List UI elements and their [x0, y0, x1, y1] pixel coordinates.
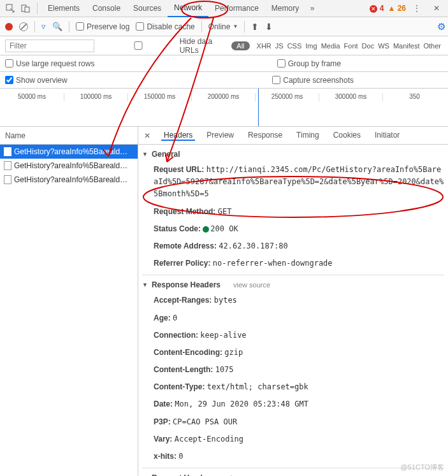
filter-type-all[interactable]: All	[231, 41, 249, 50]
preserve-log-checkbox[interactable]: Preserve log	[76, 22, 129, 31]
request-list-header[interactable]: Name	[0, 127, 138, 145]
inspect-icon[interactable]	[3, 1, 18, 16]
search-icon[interactable]: 🔍	[52, 22, 62, 31]
record-button[interactable]	[5, 23, 13, 31]
filter-type-other[interactable]: Other	[421, 42, 443, 50]
show-overview-checkbox[interactable]: Show overview	[5, 76, 68, 85]
section-divider	[142, 468, 444, 468]
header-row: Content-Type: text/html; charset=gbk	[142, 379, 444, 396]
header-key: Referrer Policy:	[154, 259, 210, 268]
header-value: Mon, 29 Jun 2020 05:23:48 GMT	[175, 400, 308, 408]
header-row: Accept-Ranges: bytes	[142, 292, 444, 309]
filter-type-js[interactable]: JS	[273, 42, 285, 50]
tab-performance[interactable]: Performance	[208, 0, 265, 17]
detail-tab-initiator[interactable]: Initiator	[372, 131, 402, 141]
request-list-pane: Name GetHistory?areaInfo%5Bareald…GetHis…	[0, 127, 138, 476]
timeline-tick: 200000 ms	[191, 93, 255, 101]
detail-scroll[interactable]: ▼GeneralRequest URL: http://tianqi.2345.…	[138, 145, 448, 476]
capture-screenshots-checkbox[interactable]: Capture screenshots	[272, 76, 354, 85]
tab-network[interactable]: Network	[168, 0, 208, 17]
header-value: text/html; charset=gbk	[207, 382, 308, 391]
svg-rect-2	[25, 7, 29, 12]
detail-tab-timing[interactable]: Timing	[294, 131, 322, 141]
filter-type-ws[interactable]: WS	[376, 42, 391, 50]
detail-tab-response[interactable]: Response	[245, 131, 285, 141]
large-rows-checkbox[interactable]: Use large request rows	[5, 59, 94, 68]
filter-type-css[interactable]: CSS	[285, 42, 304, 50]
header-row: Status Code: 200 OK	[142, 220, 444, 238]
devtools-toolbar: ElementsConsoleSourcesNetworkPerformance…	[0, 0, 448, 17]
request-name: GetHistory?areaInfo%5Bareald…	[14, 175, 127, 184]
header-value: 42.62.30.187:80	[219, 242, 287, 250]
document-icon	[4, 175, 11, 184]
detail-tab-headers[interactable]: Headers	[161, 131, 195, 141]
section-title: Request Headers	[152, 473, 214, 476]
header-row: Remote Address: 42.62.30.187:80	[142, 238, 444, 255]
filter-type-img[interactable]: Img	[303, 42, 319, 50]
filter-input[interactable]	[5, 40, 94, 52]
header-value: GET	[218, 207, 232, 216]
filter-type-doc[interactable]: Doc	[360, 42, 377, 50]
more-tabs-icon[interactable]: »	[305, 1, 321, 16]
status-dot-icon	[203, 226, 209, 233]
header-row: Age: 0	[142, 310, 444, 327]
tab-elements[interactable]: Elements	[41, 0, 86, 17]
header-key: Content-Length:	[154, 365, 213, 374]
header-value: gzip	[224, 348, 243, 357]
timeline-tick: 300000 ms	[319, 93, 382, 101]
section-header[interactable]: ▼General	[142, 147, 444, 161]
subbar-divider	[34, 21, 35, 32]
timeline-tick: 50000 ms	[0, 93, 64, 101]
request-name: GetHistory?areaInfo%5Bareald…	[14, 147, 127, 156]
tab-sources[interactable]: Sources	[127, 0, 168, 17]
throttling-dropdown[interactable]: Online ▼	[208, 22, 238, 31]
warning-badge[interactable]: ▲ 26	[387, 4, 406, 13]
document-icon	[4, 161, 11, 170]
request-row[interactable]: GetHistory?areaInfo%5Bareald…	[0, 173, 138, 187]
timeline-tick: 150000 ms	[127, 93, 191, 101]
timeline-overview[interactable]: 50000 ms100000 ms150000 ms200000 ms25000…	[0, 89, 448, 127]
header-key: x-hits:	[154, 452, 177, 461]
settings-gear-icon[interactable]: ⚙	[437, 21, 445, 32]
download-har-icon[interactable]: ⬇	[265, 22, 273, 32]
header-row: Vary: Accept-Encoding	[142, 431, 444, 448]
filter-type-xhr[interactable]: XHR	[255, 42, 273, 50]
header-value: Accept-Encoding	[175, 435, 243, 444]
close-detail-icon[interactable]: ✕	[142, 131, 152, 140]
device-toggle-icon[interactable]	[18, 1, 33, 16]
header-row: x-hits: 0	[142, 448, 444, 465]
hide-data-urls-checkbox[interactable]: Hide data URLs	[99, 37, 226, 55]
group-by-frame-checkbox[interactable]: Group by frame	[277, 59, 341, 68]
view-source-link[interactable]: view source	[233, 281, 270, 289]
filter-type-font[interactable]: Font	[342, 42, 360, 50]
filter-bar: Hide data URLs All XHRJSCSSImgMediaFontD…	[0, 36, 448, 55]
section-header[interactable]: ▼Request Headersview source	[142, 471, 444, 476]
filter-toggle-icon[interactable]: ▿	[41, 22, 46, 31]
request-row[interactable]: GetHistory?areaInfo%5Bareald…	[0, 145, 138, 159]
tab-console[interactable]: Console	[86, 0, 127, 17]
upload-har-icon[interactable]: ⬆	[251, 22, 259, 32]
header-row: Connection: keep-alive	[142, 327, 444, 344]
section-title: General	[152, 150, 180, 159]
tab-memory[interactable]: Memory	[265, 0, 305, 17]
header-key: Content-Type:	[154, 382, 205, 391]
split-view: Name GetHistory?areaInfo%5Bareald…GetHis…	[0, 127, 448, 476]
network-subbar: ▿ 🔍 Preserve log Disable cache Online ▼ …	[0, 17, 448, 36]
options-row-1: Use large request rows Group by frame	[0, 55, 448, 72]
toolbar-right: ✕ 4 ▲ 26 ⋮ ✕	[370, 1, 444, 16]
detail-tab-preview[interactable]: Preview	[204, 131, 236, 141]
section-header[interactable]: ▼Response Headersview source	[142, 278, 444, 292]
filter-type-media[interactable]: Media	[319, 42, 342, 50]
header-row: Request Method: GET	[142, 203, 444, 220]
filter-type-manifest[interactable]: Manifest	[391, 42, 422, 50]
section-divider	[142, 275, 444, 275]
clear-button[interactable]	[19, 22, 28, 31]
disable-cache-checkbox[interactable]: Disable cache	[136, 22, 194, 31]
error-badge[interactable]: ✕ 4	[370, 4, 384, 13]
header-value: 0	[178, 452, 183, 461]
close-devtools-icon[interactable]: ✕	[429, 1, 444, 16]
detail-tab-cookies[interactable]: Cookies	[331, 131, 363, 141]
request-row[interactable]: GetHistory?areaInfo%5Bareald…	[0, 159, 138, 173]
kebab-menu-icon[interactable]: ⋮	[410, 1, 425, 16]
header-row: P3P: CP=CAO PSA OUR	[142, 414, 444, 431]
